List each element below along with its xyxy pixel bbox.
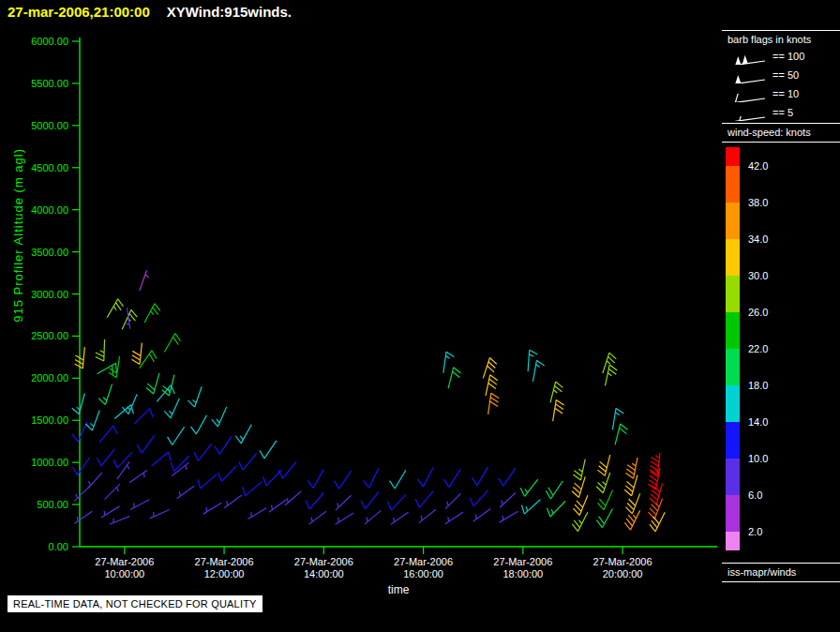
wind-barb <box>415 491 433 508</box>
barb-flag-legend-label: == 50 <box>772 69 799 81</box>
wind-barb <box>735 75 765 83</box>
wind-barb <box>624 475 638 496</box>
y-tick-label: 3500.00 <box>31 247 68 258</box>
wind-barb <box>448 368 460 388</box>
wind-barb <box>335 471 352 489</box>
barb-flag-legend-item: == 5 <box>726 103 840 122</box>
wind-barb <box>388 494 406 510</box>
wind-barb <box>130 500 149 510</box>
y-tick-label: 2000.00 <box>31 372 68 384</box>
wind-barb <box>598 490 613 510</box>
wind-barb <box>735 94 765 102</box>
wind-barb <box>96 339 105 361</box>
wind-barb <box>99 426 117 443</box>
barb-flags-legend: == 100== 50== 10== 5 <box>726 47 840 122</box>
wind-barb <box>122 394 137 414</box>
wind-barb <box>596 473 610 493</box>
colorbar-block <box>726 239 740 276</box>
barb-flag-legend-item: == 10 <box>726 84 840 103</box>
wind-barb <box>218 466 237 482</box>
wind-barb-icon <box>726 67 769 83</box>
divider <box>722 142 840 143</box>
wind-barb <box>164 334 180 353</box>
wind-barb <box>98 384 112 405</box>
wind-barb <box>596 509 612 528</box>
x-tick-time: 18:00:00 <box>502 568 543 579</box>
wind-barb <box>150 509 170 518</box>
wind-barb <box>309 511 326 524</box>
wind-barb <box>248 508 267 519</box>
wind-barb <box>390 470 406 489</box>
wind-barb <box>72 394 85 414</box>
y-tick-label: 4500.00 <box>31 162 68 173</box>
wind-barb <box>224 495 242 508</box>
wind-barb <box>336 495 352 510</box>
colorbar-tick-label: 14.0 <box>748 416 768 429</box>
wind-barb <box>144 304 160 323</box>
application-window: 27-mar-2006,21:00:00XYWind:915winds. 0.0… <box>0 0 840 632</box>
wind-barb <box>499 468 516 486</box>
y-axis-label: 915 Profiler Altitude (m agl) <box>11 148 25 323</box>
wind-barb-icon <box>726 104 769 121</box>
wind-barb-icon <box>726 48 769 65</box>
wind-barb <box>239 453 257 470</box>
colorbar-block <box>726 166 740 203</box>
colorbar-tick-label: 34.0 <box>748 233 768 246</box>
wind-barb <box>419 509 436 522</box>
wind-barb <box>88 473 102 489</box>
wind-barb <box>648 499 662 519</box>
wind-barb <box>113 452 131 468</box>
colorbar-block <box>726 147 740 166</box>
x-tick-time: 16:00:00 <box>403 568 443 579</box>
wind-barb <box>521 500 540 514</box>
divider <box>722 123 840 124</box>
wind-barb <box>553 399 564 421</box>
barb-flag-legend-label: == 100 <box>772 51 804 62</box>
wind-barb <box>336 513 354 524</box>
wind-barb-icon <box>726 85 769 102</box>
wind-barb <box>194 444 212 460</box>
colorbar-title: wind-speed: knots <box>728 127 811 138</box>
x-tick-date: 27-Mar-2006 <box>195 556 254 567</box>
wind-barb <box>735 116 765 121</box>
wind-barb <box>117 461 129 479</box>
colorbar-tick-label: 30.0 <box>748 270 768 282</box>
colorbar-block <box>726 422 740 459</box>
colorbar-tick-label: 42.0 <box>748 160 768 173</box>
wind-barb <box>129 471 147 483</box>
wind-barb <box>212 407 227 427</box>
divider <box>722 581 840 582</box>
colorbar-block <box>726 385 740 422</box>
wind-barb <box>473 509 491 522</box>
wind-barb <box>626 458 638 479</box>
wind-barb <box>615 424 627 444</box>
wind-barb <box>363 468 378 488</box>
wind-barb <box>215 436 232 454</box>
wind-barb <box>137 435 154 453</box>
divider <box>722 563 840 564</box>
y-tick-label: 5000.00 <box>31 120 68 131</box>
divider <box>722 30 840 31</box>
x-axis-ticks: 27-Mar-200610:00:0027-Mar-200612:00:0027… <box>95 547 652 579</box>
barb-flag-legend-label: == 10 <box>772 88 799 99</box>
y-tick-label: 3000.00 <box>31 289 68 300</box>
wind-barb <box>520 479 538 496</box>
wind-barb <box>164 399 179 418</box>
wind-barb <box>572 476 585 497</box>
wind-barb <box>573 495 587 515</box>
colorbar-block <box>726 203 740 239</box>
wind-barb <box>190 415 206 434</box>
wind-barb <box>131 343 142 365</box>
wind-barb <box>547 501 565 517</box>
colorbar-block <box>726 532 740 550</box>
wind-barb <box>74 486 89 501</box>
y-tick-label: 6000.00 <box>31 36 68 47</box>
wind-barb <box>470 490 488 506</box>
wind-barb <box>472 467 488 486</box>
y-tick-label: 4000.00 <box>31 204 68 216</box>
wind-barb <box>162 375 174 396</box>
wind-barb <box>365 510 382 524</box>
wind-barb <box>597 455 609 475</box>
wind-barb <box>605 365 617 385</box>
barb-flags-legend-title: barb flags in knots <box>728 34 811 45</box>
